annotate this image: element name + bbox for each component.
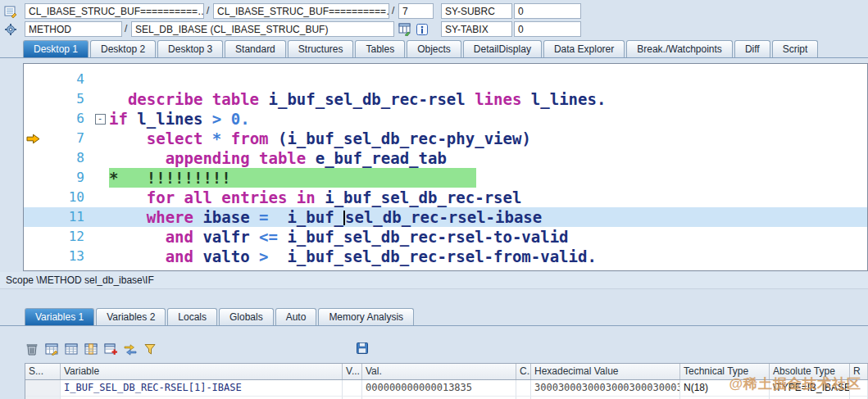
cell[interactable] [516,380,531,397]
column-header-s[interactable]: S... [25,364,61,379]
tab-break-watchpoints[interactable]: Break./Watchpoints [626,40,733,57]
tab-data-explorer[interactable]: Data Explorer [543,40,625,57]
column-header-c[interactable]: C... [516,364,531,379]
code-line-4[interactable]: 4 [24,70,867,89]
delete-button[interactable] [25,342,39,356]
fold-toggle-icon[interactable]: - [95,114,106,125]
tab-objects[interactable]: Objects [407,40,461,57]
line-number[interactable]: 11 [42,207,91,227]
tab-variables-1[interactable]: Variables 1 [25,308,94,325]
insert-column-icon [84,342,98,356]
line-number[interactable]: 6 [42,109,91,129]
save-icon [356,342,369,355]
table-button[interactable] [64,342,79,356]
method-icon[interactable] [4,23,17,36]
filter-icon [143,342,157,356]
sy-tabix-label-field[interactable]: SY-TABIX [441,21,512,37]
code-line-10[interactable]: 10 for all entries in i_buf_sel_db_rec-r… [24,188,867,207]
tab-standard[interactable]: Standard [225,40,286,57]
stack-include-field[interactable]: CL_IBASE_STRUC_BUF==========… [213,3,389,19]
code-lines: 45 describe table i_buf_sel_db_rec-rsel … [24,70,867,271]
arrow-gutter [24,227,42,247]
tab-desktop-2[interactable]: Desktop 2 [90,40,156,57]
code-line-5[interactable]: 5 describe table i_buf_sel_db_rec-rsel l… [24,89,867,109]
tab-diff[interactable]: Diff [734,40,770,57]
arrow-gutter [24,266,42,271]
code-line-12[interactable]: 12 and valfr <= i_buf_sel_db_rec-rsel-to… [24,227,867,247]
call-stack-icon[interactable] [4,5,17,18]
insert-column-button[interactable] [84,342,98,356]
column-header-hexadecimalvalue[interactable]: Hexadecimal Value [531,364,680,379]
line-number[interactable]: 7 [42,129,91,148]
code-line-11[interactable]: 11 where ibase = i_buf_sel_db_rec-rsel-i… [24,207,867,227]
tab-detaildisplay[interactable]: DetailDisplay [463,40,542,57]
event-type-field[interactable]: METHOD [25,21,122,37]
code-line-6[interactable]: 6-if l_lines > 0. [24,109,867,129]
column-header-variable[interactable]: Variable [61,364,343,379]
separator: / [125,21,127,37]
cell[interactable]: 3000300030003000300030003000300030 [531,380,680,397]
swap-button[interactable] [123,342,138,356]
fold-gutter [91,129,109,148]
code-text [109,70,867,89]
line-number[interactable]: 13 [42,247,91,266]
tab-tables[interactable]: Tables [355,40,405,57]
sy-tabix-value-field[interactable]: 0 [514,21,581,37]
line-number[interactable]: 8 [42,148,91,168]
code-text: for all entries in i_buf_sel_db_rec-rsel [109,188,867,207]
code-line-13[interactable]: 13 and valto > i_buf_sel_db_rec-rsel-fro… [24,247,867,266]
column-header-v[interactable]: V... [343,364,362,379]
stack-program-field[interactable]: CL_IBASE_STRUC_BUF==========… [25,3,204,19]
tab-desktop-3[interactable]: Desktop 3 [157,40,223,57]
line-number[interactable]: 4 [42,70,91,89]
info-icon[interactable] [416,23,429,36]
line-number[interactable]: 9 [42,168,91,188]
arrow-gutter [24,247,42,266]
fold-gutter [91,247,109,266]
table-view-icon[interactable] [398,23,411,36]
stack-line-field[interactable]: 7 [398,3,434,19]
variables-toolbar [25,341,157,357]
tab-locals[interactable]: Locals [167,308,217,325]
fold-gutter [91,168,109,188]
table-icon [65,342,78,356]
delete-icon [25,342,39,356]
code-editor[interactable]: 45 describe table i_buf_sel_db_rec-rsel … [23,63,868,271]
code-line-7[interactable]: 7 select * from (i_buf_sel_db_rec-phy_vi… [24,129,867,148]
tab-memory-analysis[interactable]: Memory Analysis [318,308,414,325]
tab-auto[interactable]: Auto [275,308,317,325]
line-number[interactable]: 12 [42,227,91,247]
sy-subrc-label-field[interactable]: SY-SUBRC [441,3,512,19]
line-number[interactable]: 14 [42,266,91,271]
save-button[interactable] [355,341,370,356]
tab-globals[interactable]: Globals [219,308,274,325]
append-row-button[interactable] [103,342,118,356]
code-line-14[interactable]: 14 [24,266,867,271]
filter-button[interactable] [143,342,157,356]
tab-desktop-1[interactable]: Desktop 1 [23,40,89,57]
line-number[interactable]: 10 [42,188,91,207]
cell[interactable]: I_BUF_SEL_DB_REC-RSEL[1]-IBASE [61,380,343,397]
cell[interactable]: 000000000000013835 [362,380,516,397]
cell[interactable] [25,380,61,397]
tab-script[interactable]: Script [772,40,819,57]
code-text: if l_lines > 0. [109,109,867,129]
cell[interactable] [343,380,362,397]
fold-gutter [91,266,109,271]
code-text: where ibase = i_buf_sel_db_rec-rsel-ibas… [109,207,867,227]
tab-structures[interactable]: Structures [288,40,354,57]
tab-variables-2[interactable]: Variables 2 [96,308,166,325]
fold-gutter [91,227,109,247]
variables-tabstrip: Variables 1Variables 2LocalsGlobalsAutoM… [0,309,868,326]
code-line-9[interactable]: 9* !!!!!!!!! [24,168,867,188]
fold-gutter[interactable]: - [91,109,109,129]
scope-text: Scope \METHOD sel_db_ibase\IF [6,274,154,286]
column-header-val[interactable]: Val. [362,364,516,379]
sy-subrc-value-field[interactable]: 0 [514,3,581,19]
event-name-field[interactable]: SEL_DB_IBASE (CL_IBASE_STRUC_BUF) [131,21,394,37]
code-line-8[interactable]: 8 appending table e_buf_read_tab [24,148,867,168]
code-text: select * from (i_buf_sel_db_rec-phy_view… [109,129,867,148]
edit-table-button[interactable] [44,342,59,356]
arrow-gutter [24,109,42,129]
line-number[interactable]: 5 [42,89,91,109]
